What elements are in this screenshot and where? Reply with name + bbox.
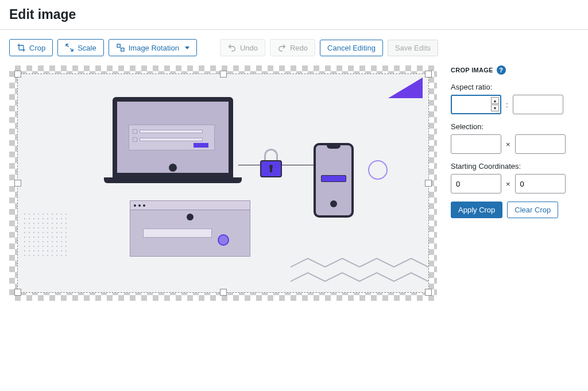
undo-button[interactable]: Undo xyxy=(220,39,265,56)
clear-crop-button[interactable]: Clear Crop xyxy=(507,202,558,218)
redo-label: Redo xyxy=(290,44,308,52)
svg-rect-1 xyxy=(121,48,123,51)
aspect-width-spinner[interactable]: ▲ ▼ xyxy=(491,97,499,111)
save-edits-button[interactable]: Save Edits xyxy=(388,40,438,56)
cancel-editing-button[interactable]: Cancel Editing xyxy=(320,40,383,56)
selection-separator: × xyxy=(506,140,510,149)
apply-crop-button[interactable]: Apply Crop xyxy=(451,202,502,218)
crop-panel-title: CROP IMAGE xyxy=(451,67,493,73)
spinner-up-icon[interactable]: ▲ xyxy=(491,97,499,104)
cancel-label: Cancel Editing xyxy=(327,44,376,52)
help-icon[interactable]: ? xyxy=(497,65,506,75)
crop-panel: CROP IMAGE ? Aspect ratio: ▲ ▼ : Selecti… xyxy=(451,65,571,218)
selection-width-input[interactable] xyxy=(451,134,501,154)
redo-button[interactable]: Redo xyxy=(270,39,315,56)
crop-selection[interactable] xyxy=(17,73,429,293)
crop-button[interactable]: Crop xyxy=(9,39,53,56)
crop-panel-header: CROP IMAGE ? xyxy=(451,65,571,75)
image-content xyxy=(18,74,428,292)
rotation-button[interactable]: Image Rotation xyxy=(109,39,197,56)
undo-icon xyxy=(227,43,237,52)
selection-label: Selection: xyxy=(451,122,571,131)
crop-icon xyxy=(17,43,26,52)
aspect-ratio-row: ▲ ▼ : xyxy=(451,95,571,114)
scale-icon xyxy=(65,43,74,52)
coord-x-input[interactable] xyxy=(451,174,501,193)
undo-label: Undo xyxy=(240,44,258,52)
svg-rect-0 xyxy=(117,44,120,47)
spinner-down-icon[interactable]: ▼ xyxy=(491,104,499,111)
selection-height-input[interactable] xyxy=(515,134,566,154)
image-canvas[interactable] xyxy=(9,65,437,301)
aspect-separator: : xyxy=(506,100,508,109)
coords-separator: × xyxy=(506,180,510,188)
coords-label: Starting Coordinates: xyxy=(451,162,571,171)
editor-area: CROP IMAGE ? Aspect ratio: ▲ ▼ : Selecti… xyxy=(0,65,588,310)
crop-label: Crop xyxy=(29,44,45,52)
coord-y-input[interactable] xyxy=(515,174,566,193)
crop-actions: Apply Crop Clear Crop xyxy=(451,202,571,218)
save-label: Save Edits xyxy=(395,44,431,52)
toolbar: Crop Scale Image Rotation Undo Redo Canc xyxy=(0,30,588,65)
edit-tools-group: Crop Scale Image Rotation xyxy=(9,39,197,56)
aspect-ratio-label: Aspect ratio: xyxy=(451,83,571,91)
scale-button[interactable]: Scale xyxy=(57,39,104,56)
aspect-ratio-height-input[interactable] xyxy=(513,95,563,114)
chevron-down-icon xyxy=(185,47,189,49)
page-title: Edit image xyxy=(0,0,588,30)
selection-row: × xyxy=(451,134,571,154)
coords-row: × xyxy=(451,174,571,193)
scale-label: Scale xyxy=(78,44,96,52)
rotation-icon xyxy=(116,43,125,52)
redo-icon xyxy=(277,43,287,52)
rotation-label: Image Rotation xyxy=(129,44,179,52)
